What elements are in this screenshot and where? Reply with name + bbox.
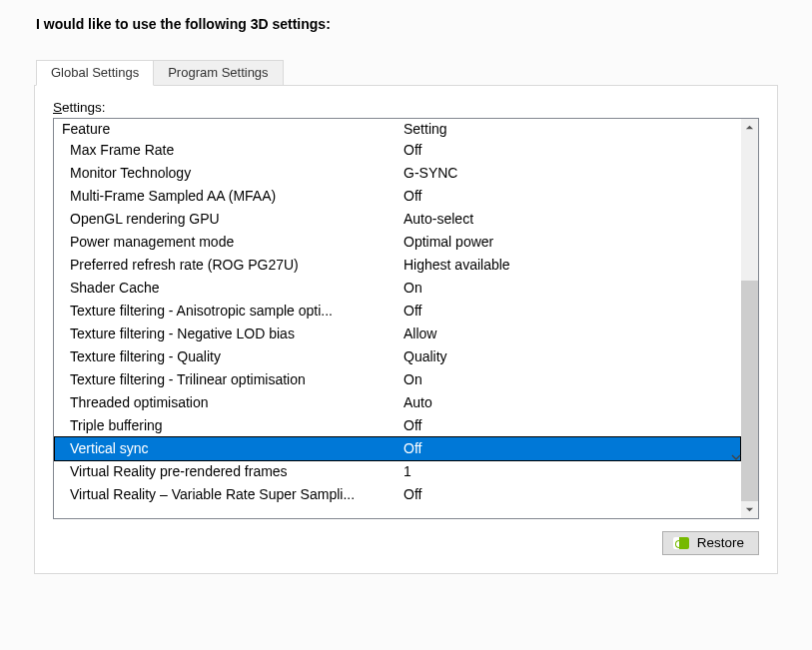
setting-cell: Auto [404, 393, 741, 412]
feature-cell: Shader Cache [62, 279, 404, 298]
setting-cell: Allow [404, 325, 741, 343]
table-row[interactable]: Texture filtering - Trilinear optimisati… [54, 368, 741, 391]
table-row[interactable]: Threaded optimisationAuto [54, 391, 741, 414]
column-header-setting[interactable]: Setting [404, 121, 741, 137]
feature-cell: Max Frame Rate [62, 141, 404, 160]
table-row[interactable]: Preferred refresh rate (ROG PG27U)Highes… [54, 254, 741, 277]
scrollbar[interactable] [741, 119, 758, 518]
restore-button[interactable]: Restore [662, 531, 759, 555]
scroll-up-button[interactable] [741, 119, 758, 136]
table-row[interactable]: Max Frame RateOff [54, 139, 741, 162]
feature-cell: Power management mode [62, 233, 404, 252]
feature-cell: Virtual Reality – Variable Rate Super Sa… [62, 485, 404, 504]
feature-cell: Texture filtering - Negative LOD bias [62, 325, 404, 343]
table-row[interactable]: Multi-Frame Sampled AA (MFAA)Off [54, 185, 741, 208]
table-header: Feature Setting [54, 119, 741, 139]
feature-cell: Monitor Technology [62, 164, 404, 183]
table-row[interactable]: Power management modeOptimal power [54, 231, 741, 254]
feature-cell: Texture filtering - Trilinear optimisati… [62, 370, 404, 389]
setting-cell: Quality [404, 347, 741, 366]
table-row[interactable]: Shader CacheOn [54, 277, 741, 300]
feature-cell: Threaded optimisation [62, 393, 404, 412]
settings-label: Settings: [53, 100, 759, 115]
table-row[interactable]: OpenGL rendering GPUAuto-select [54, 208, 741, 231]
setting-cell: 1 [404, 462, 741, 481]
feature-cell: Triple buffering [62, 416, 404, 435]
feature-cell: Virtual Reality pre-rendered frames [62, 462, 404, 481]
feature-cell: Multi-Frame Sampled AA (MFAA) [62, 187, 404, 206]
setting-cell: Optimal power [404, 233, 741, 252]
setting-cell: Highest available [404, 256, 741, 275]
setting-cell: Off [404, 141, 741, 160]
table-row[interactable]: Monitor TechnologyG-SYNC [54, 162, 741, 185]
nvidia-icon [673, 537, 689, 549]
scroll-track[interactable] [741, 136, 758, 501]
tab-program-settings[interactable]: Program Settings [154, 60, 283, 86]
setting-cell: Off [404, 187, 741, 206]
feature-cell: Texture filtering - Quality [62, 347, 404, 366]
setting-cell: On [404, 370, 741, 389]
scroll-down-button[interactable] [741, 501, 758, 518]
table-row[interactable]: Triple bufferingOff [54, 414, 741, 437]
setting-cell: Off [404, 485, 741, 504]
table-row[interactable]: Texture filtering - QualityQuality [54, 345, 741, 368]
feature-cell: Preferred refresh rate (ROG PG27U) [62, 256, 404, 275]
setting-cell: Off [404, 416, 741, 435]
table-row[interactable]: Virtual Reality – Variable Rate Super Sa… [54, 483, 741, 506]
setting-cell: Auto-select [404, 210, 741, 229]
setting-cell: On [404, 279, 741, 298]
table-row[interactable]: Texture filtering - Negative LOD biasAll… [54, 323, 741, 345]
feature-cell: Texture filtering - Anisotropic sample o… [62, 302, 404, 321]
scroll-thumb[interactable] [741, 281, 758, 501]
tabs: Global Settings Program Settings [36, 60, 778, 86]
table-row[interactable]: Vertical syncOff [54, 436, 741, 461]
column-header-feature[interactable]: Feature [62, 121, 404, 137]
page-title: I would like to use the following 3D set… [36, 16, 788, 32]
table-row[interactable]: Virtual Reality pre-rendered frames1 [54, 460, 741, 483]
setting-cell[interactable]: Off [404, 439, 740, 458]
feature-cell: Vertical sync [62, 439, 404, 458]
settings-table: Feature Setting Max Frame RateOffMonitor… [53, 118, 759, 519]
setting-cell: G-SYNC [404, 164, 741, 183]
restore-label: Restore [697, 535, 744, 550]
setting-cell: Off [404, 302, 741, 321]
tab-global-settings[interactable]: Global Settings [36, 60, 154, 86]
feature-cell: OpenGL rendering GPU [62, 210, 404, 229]
table-row[interactable]: Texture filtering - Anisotropic sample o… [54, 300, 741, 323]
settings-panel: Settings: Feature Setting Max Frame Rate… [34, 85, 778, 574]
